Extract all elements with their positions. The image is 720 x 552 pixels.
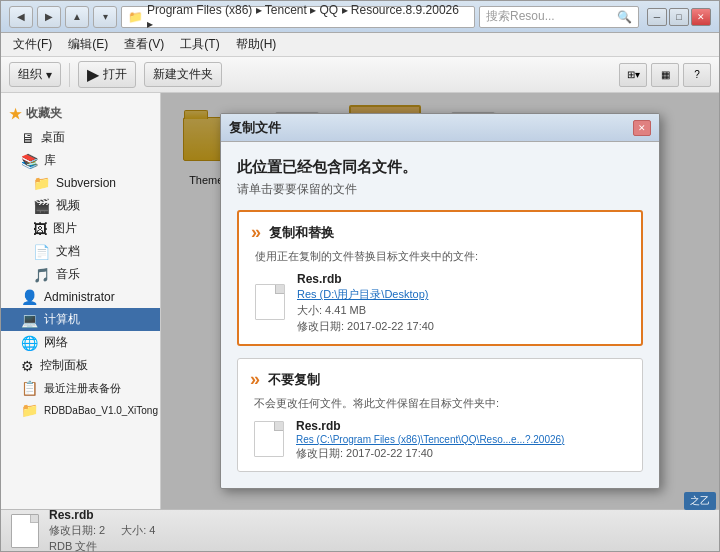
view-options-button[interactable]: ⊞▾ [619, 63, 647, 87]
video-label: 视频 [56, 197, 80, 214]
title-bar: ◀ ▶ ▲ ▾ 📁 Program Files (x86) ▸ Tencent … [1, 1, 719, 33]
sidebar: ★ 收藏夹 🖥 桌面 📚 库 📁 Subversion 🎬 视频 🖼 图片 [1, 93, 161, 509]
sidebar-item-desktop[interactable]: 🖥 桌面 [1, 126, 160, 149]
back-button[interactable]: ◀ [9, 6, 33, 28]
option2-arrow-icon: » [250, 369, 260, 390]
status-file-icon [9, 513, 41, 549]
new-folder-label: 新建文件夹 [153, 66, 213, 83]
option1-title: 复制和替换 [269, 224, 334, 242]
new-folder-button[interactable]: 新建文件夹 [144, 62, 222, 87]
open-button[interactable]: ▶ 打开 [78, 61, 136, 88]
option1-header: » 复制和替换 [251, 222, 629, 243]
up-button[interactable]: ▲ [65, 6, 89, 28]
toolbar-right: ⊞▾ ▦ ? [619, 63, 711, 87]
dialog-title-bar: 复制文件 ✕ [221, 114, 659, 142]
status-type: 修改日期: 2 [49, 523, 105, 538]
preview-button[interactable]: ▦ [651, 63, 679, 87]
file-area: Themes Data.rdb Res.rdb [161, 93, 719, 509]
option1-arrow-icon: » [251, 222, 261, 243]
library-label: 库 [44, 152, 56, 169]
status-info-2: 大小: 4 [121, 523, 155, 538]
no-copy-option[interactable]: » 不要复制 不会更改任何文件。将此文件保留在目标文件夹中: Res.rdb [237, 358, 643, 472]
option2-date: 修改日期: 2017-02-22 17:40 [296, 446, 564, 461]
menu-help[interactable]: 帮助(H) [228, 33, 285, 56]
minimize-button[interactable]: ─ [647, 8, 667, 26]
sidebar-item-control-panel[interactable]: ⚙ 控制面板 [1, 354, 160, 377]
watermark: 之乙 [684, 492, 716, 510]
sidebar-item-administrator[interactable]: 👤 Administrator [1, 286, 160, 308]
window-controls: ─ □ ✕ [647, 8, 711, 26]
dialog-body: 此位置已经包含同名文件。 请单击要要保留的文件 » 复制和替换 使用正在复制的文… [221, 142, 659, 488]
option1-path: Res (D:\用户目录\Desktop) [297, 287, 434, 302]
dialog-overlay: 复制文件 ✕ 此位置已经包含同名文件。 请单击要要保留的文件 » 复制和替换 [161, 93, 719, 509]
rdb-icon: 📁 [21, 402, 38, 418]
subversion-icon: 📁 [33, 175, 50, 191]
toolbar: 组织 ▾ ▶ 打开 新建文件夹 ⊞▾ ▦ ? [1, 57, 719, 93]
sidebar-item-video[interactable]: 🎬 视频 [1, 194, 160, 217]
menu-file[interactable]: 文件(F) [5, 33, 60, 56]
menu-view[interactable]: 查看(V) [116, 33, 172, 56]
close-button[interactable]: ✕ [691, 8, 711, 26]
network-label: 网络 [44, 334, 68, 351]
sidebar-item-subversion[interactable]: 📁 Subversion [1, 172, 160, 194]
option1-date: 修改日期: 2017-02-22 17:40 [297, 319, 434, 334]
toolbar-separator [69, 63, 70, 87]
sidebar-item-image[interactable]: 🖼 图片 [1, 217, 160, 240]
favorites-title: 收藏夹 [26, 105, 62, 122]
favorites-section: ★ 收藏夹 [1, 101, 160, 126]
library-icon: 📚 [21, 153, 38, 169]
music-label: 音乐 [56, 266, 80, 283]
status-filename: Res.rdb [49, 508, 105, 522]
control-panel-icon: ⚙ [21, 358, 34, 374]
title-bar-left: ◀ ▶ ▲ ▾ 📁 Program Files (x86) ▸ Tencent … [9, 6, 639, 28]
dialog-subtext: 请单击要要保留的文件 [237, 181, 643, 198]
sidebar-item-document[interactable]: 📄 文档 [1, 240, 160, 263]
sidebar-item-computer[interactable]: 💻 计算机 [1, 308, 160, 331]
copy-dialog: 复制文件 ✕ 此位置已经包含同名文件。 请单击要要保留的文件 » 复制和替换 [220, 113, 660, 489]
option2-file-info: Res.rdb Res (C:\Program Files (x86)\Tenc… [296, 419, 564, 461]
breadcrumb-text: Program Files (x86) ▸ Tencent ▸ QQ ▸ Res… [147, 3, 468, 31]
breadcrumb[interactable]: 📁 Program Files (x86) ▸ Tencent ▸ QQ ▸ R… [121, 6, 475, 28]
sidebar-item-library[interactable]: 📚 库 [1, 149, 160, 172]
image-icon: 🖼 [33, 221, 47, 237]
administrator-icon: 👤 [21, 289, 38, 305]
organize-arrow: ▾ [46, 68, 52, 82]
copy-replace-option[interactable]: » 复制和替换 使用正在复制的文件替换目标文件夹中的文件: Res.rdb [237, 210, 643, 346]
desktop-icon: 🖥 [21, 130, 35, 146]
status-bar: Res.rdb 修改日期: 2 RDB 文件 大小: 4 [1, 509, 719, 551]
video-icon: 🎬 [33, 198, 50, 214]
sidebar-item-network[interactable]: 🌐 网络 [1, 331, 160, 354]
menu-edit[interactable]: 编辑(E) [60, 33, 116, 56]
help-button[interactable]: ? [683, 63, 711, 87]
dialog-title: 复制文件 [229, 119, 633, 137]
recent-button[interactable]: ▾ [93, 6, 117, 28]
option1-size: 大小: 4.41 MB [297, 303, 434, 318]
favorites-icon: ★ [9, 106, 22, 122]
organize-button[interactable]: 组织 ▾ [9, 62, 61, 87]
option1-desc: 使用正在复制的文件替换目标文件夹中的文件: [251, 249, 629, 264]
search-bar[interactable]: 搜索Resou... 🔍 [479, 6, 639, 28]
main-window: ◀ ▶ ▲ ▾ 📁 Program Files (x86) ▸ Tencent … [0, 0, 720, 552]
option2-path: Res (C:\Program Files (x86)\Tencent\QQ\R… [296, 434, 564, 445]
administrator-label: Administrator [44, 290, 115, 304]
menu-bar: 文件(F) 编辑(E) 查看(V) 工具(T) 帮助(H) [1, 33, 719, 57]
recent-backup-icon: 📋 [21, 380, 38, 396]
sidebar-item-music[interactable]: 🎵 音乐 [1, 263, 160, 286]
dialog-heading: 此位置已经包含同名文件。 [237, 158, 643, 177]
rdb-label: RDBDaBao_V1.0_XiTong [44, 405, 158, 416]
music-icon: 🎵 [33, 267, 50, 283]
sidebar-item-rdb[interactable]: 📁 RDBDaBao_V1.0_XiTong [1, 399, 160, 421]
menu-tools[interactable]: 工具(T) [172, 33, 227, 56]
forward-button[interactable]: ▶ [37, 6, 61, 28]
open-label: 打开 [103, 66, 127, 83]
option1-file-info: Res.rdb Res (D:\用户目录\Desktop) 大小: 4.41 M… [297, 272, 434, 334]
dialog-close-button[interactable]: ✕ [633, 120, 651, 136]
option1-file-icon [255, 284, 287, 322]
option2-file-icon [254, 421, 286, 459]
search-text: 搜索Resou... [486, 8, 555, 25]
subversion-label: Subversion [56, 176, 116, 190]
maximize-button[interactable]: □ [669, 8, 689, 26]
desktop-label: 桌面 [41, 129, 65, 146]
option1-file-row: Res.rdb Res (D:\用户目录\Desktop) 大小: 4.41 M… [251, 272, 629, 334]
sidebar-item-recent-backup[interactable]: 📋 最近注册表备份 [1, 377, 160, 399]
